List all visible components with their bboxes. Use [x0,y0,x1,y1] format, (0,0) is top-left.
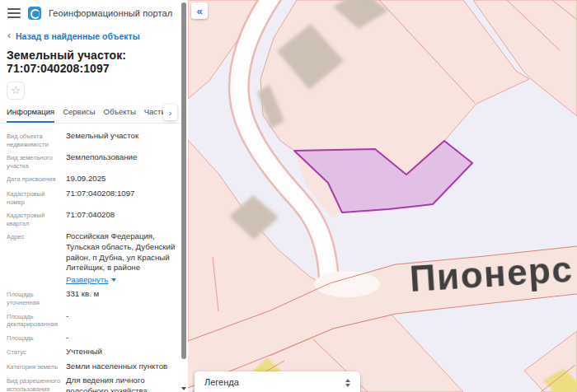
field-label: Площадь декларированная [7,311,61,329]
sidebar-scrollbar[interactable] [181,0,187,392]
field-label: Адрес [7,231,61,285]
field-row: Вид разрешенного использованияДля ведени… [7,376,178,392]
field-value: 71:07:040208 [66,210,178,227]
expand-address-link[interactable]: Развернуть [66,275,116,286]
tab-bar: ИнформацияСервисыОбъектыЧасти ЗУСостав [0,104,181,123]
field-value: - [66,333,178,343]
scrollbar-thumb[interactable] [181,2,186,359]
field-row: Вид объекта недвижимостиЗемельный участо… [7,131,178,148]
back-link[interactable]: ‹ Назад в найденные объекты [0,23,181,41]
field-value: 71:07:040208:1097 [66,189,178,206]
app-header: Геоинформационный портал [0,0,181,23]
chevron-right-icon: › [169,108,172,118]
field-label: Статус [7,347,61,357]
object-fields: Вид объекта недвижимостиЗемельный участо… [0,124,181,392]
field-value: Земли населенных пунктов [66,362,178,372]
tab-bar-wrap: ИнформацияСервисыОбъектыЧасти ЗУСостав › [0,104,181,124]
field-label: Категория земель [7,362,61,372]
object-info-sidebar: Геоинформационный портал ‹ Назад в найде… [0,0,188,392]
tabs-scroll-right-button[interactable]: › [163,105,177,120]
field-value: Российская Федерация, Тульская область, … [66,231,178,285]
field-value: Для ведения личного подсобного хозяйства [66,376,178,392]
field-value: Землепользование [66,152,178,170]
field-label: Кадастровый квартал [7,210,61,227]
tab-3[interactable]: Объекты [104,104,136,123]
field-row: АдресРоссийская Федерация, Тульская обла… [7,231,178,285]
field-value: - [66,311,178,329]
field-row: Кадастровый квартал71:07:040208 [7,210,178,227]
portal-logo-icon [28,7,41,20]
field-value: 331 кв. м [66,289,178,306]
app-title: Геоинформационный портал [49,8,172,18]
favorite-button[interactable]: ☆ [7,82,25,100]
map-canvas[interactable]: Пионерс « Легенда [188,0,577,392]
back-link-label: Назад в найденные объекты [16,31,140,41]
star-icon: ☆ [11,84,21,96]
field-value: 19.09.2025 [66,174,178,184]
field-row: Категория земельЗемли населенных пунктов [7,362,178,372]
field-label: Площадь уточненная [7,289,61,306]
legend-bar[interactable]: Легенда [195,371,360,392]
field-row: Площадь декларированная- [7,311,178,329]
field-label: Вид разрешенного использования [7,376,61,392]
field-row: Вид земельного участкаЗемлепользование [7,152,178,170]
expand-collapse-icon[interactable] [345,378,350,387]
field-row: Кадастровый номер71:07:040208:1097 [7,189,178,206]
field-row: Дата присвоения19.09.2025 [7,174,178,184]
field-label: Площадь [7,333,61,343]
scrollbar-down-arrow[interactable] [181,387,186,390]
hamburger-menu-icon[interactable] [7,8,21,18]
double-chevron-left-icon: « [196,5,202,17]
chevron-left-icon: ‹ [7,31,11,40]
field-value: Учтенный [66,347,178,357]
field-row: СтатусУчтенный [7,347,178,357]
field-row: Площадь- [7,333,178,343]
field-label: Дата присвоения [7,174,61,184]
tab-1[interactable]: Информация [7,104,54,123]
page-title: Земельный участок: 71:07:040208:1097 [0,41,181,75]
field-label: Вид земельного участка [7,152,61,170]
collapse-sidebar-button[interactable]: « [191,2,208,19]
field-label: Вид объекта недвижимости [7,131,61,148]
tab-2[interactable]: Сервисы [63,104,95,123]
field-value: Земельный участок [66,131,178,148]
geoportal-window: Геоинформационный портал ‹ Назад в найде… [0,0,577,392]
field-row: Площадь уточненная331 кв. м [7,289,178,306]
chevron-down-icon [111,278,116,282]
field-label: Кадастровый номер [7,189,61,206]
legend-label: Легенда [204,377,239,387]
